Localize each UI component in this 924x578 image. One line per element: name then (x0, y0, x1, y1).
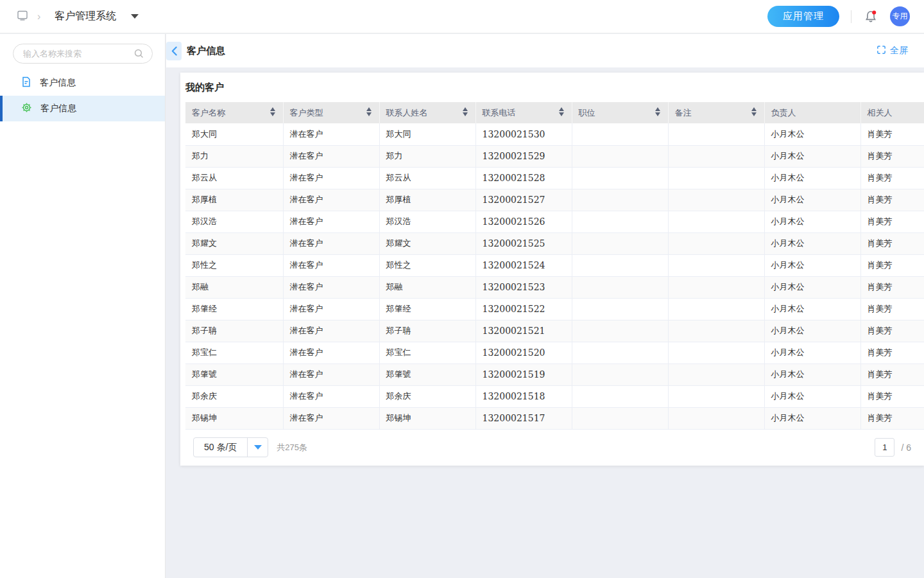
table-cell: 郑融 (379, 276, 475, 298)
column-header-7: 相关人 (860, 102, 924, 123)
table-cell (572, 211, 668, 232)
sort-icon[interactable] (751, 107, 757, 116)
table-cell: 小月木公 (764, 363, 860, 385)
column-header-0[interactable]: 客户名称 (185, 102, 283, 123)
app-title: 客户管理系统 (55, 10, 116, 23)
table-cell (668, 276, 764, 298)
my-customers-card: 我的客户 客户名称客户类型联系人姓名联系电话职位备注负责人相关人 郑大同潜在客户… (180, 73, 924, 466)
table-cell: 肖美芳 (860, 167, 924, 189)
page-number-input[interactable] (875, 438, 894, 457)
table-row[interactable]: 郑耀文潜在客户郑耀文13200021525小月木公肖美芳 (185, 232, 924, 254)
table-row[interactable]: 郑宝仁潜在客户郑宝仁13200021520小月木公肖美芳 (185, 342, 924, 363)
table-cell (668, 385, 764, 407)
table-row[interactable]: 郑锡坤潜在客户郑锡坤13200021517小月木公肖美芳 (185, 407, 924, 429)
table-cell (668, 342, 764, 363)
column-header-4[interactable]: 职位 (572, 102, 668, 123)
sort-icon[interactable] (655, 107, 660, 116)
sort-icon[interactable] (463, 107, 468, 116)
table-cell: 潜在客户 (283, 167, 379, 189)
app-switcher-caret-icon[interactable] (131, 14, 139, 19)
page-size-select[interactable]: 50 条/页 (193, 437, 268, 457)
table-row[interactable]: 郑汉浩潜在客户郑汉浩13200021526小月木公肖美芳 (185, 211, 924, 232)
table-cell: 13200021523 (475, 276, 572, 298)
table-cell: 郑云从 (379, 167, 475, 189)
sort-icon[interactable] (270, 107, 275, 116)
column-header-5[interactable]: 备注 (668, 102, 764, 123)
notification-bell-icon[interactable] (863, 9, 878, 24)
column-header-1[interactable]: 客户类型 (283, 102, 379, 123)
table-cell: 潜在客户 (283, 342, 379, 363)
table-cell: 肖美芳 (860, 342, 924, 363)
table-cell: 潜在客户 (283, 276, 379, 298)
table-cell: 13200021529 (475, 145, 572, 167)
column-label: 联系电话 (483, 108, 516, 118)
table-cell (668, 363, 764, 385)
avatar[interactable]: 专用 (890, 6, 910, 26)
table-row[interactable]: 郑融潜在客户郑融13200021523小月木公肖美芳 (185, 276, 924, 298)
search-icon[interactable] (133, 48, 144, 61)
table-cell: 肖美芳 (860, 385, 924, 407)
table-cell: 郑汉浩 (185, 211, 283, 232)
page-header: 客户信息 全屏 (166, 34, 924, 67)
sort-icon[interactable] (559, 107, 564, 116)
table-cell: 13200021518 (475, 385, 572, 407)
chevron-down-icon (247, 438, 268, 457)
table-cell: 13200021530 (475, 123, 572, 145)
table-row[interactable]: 郑肇號潜在客户郑肇號13200021519小月木公肖美芳 (185, 363, 924, 385)
table-row[interactable]: 郑大同潜在客户郑大同13200021530小月木公肖美芳 (185, 123, 924, 145)
table-cell: 肖美芳 (860, 123, 924, 145)
table-cell (668, 320, 764, 342)
table-cell: 潜在客户 (283, 232, 379, 254)
table-cell: 潜在客户 (283, 385, 379, 407)
table-cell: 小月木公 (764, 320, 860, 342)
column-header-6: 负责人 (764, 102, 860, 123)
topbar-divider (851, 10, 851, 23)
table-row[interactable]: 郑厚植潜在客户郑厚植13200021527小月木公肖美芳 (185, 189, 924, 211)
table-cell: 潜在客户 (283, 211, 379, 232)
table-cell: 潜在客户 (283, 407, 379, 429)
table-row[interactable]: 郑肇经潜在客户郑肇经13200021522小月木公肖美芳 (185, 298, 924, 320)
table-cell: 潜在客户 (283, 254, 379, 276)
main-content: 客户信息 全屏 我的客户 客户名称客户类型联系人姓名联系电话职位 (166, 34, 924, 578)
table-cell (668, 298, 764, 320)
column-label: 负责人 (771, 108, 796, 118)
sort-icon[interactable] (366, 107, 372, 116)
back-button[interactable] (166, 42, 182, 60)
table-row[interactable]: 郑子聃潜在客户郑子聃13200021521小月木公肖美芳 (185, 320, 924, 342)
search-input[interactable] (13, 44, 153, 64)
table-cell: 肖美芳 (860, 211, 924, 232)
table-cell (668, 211, 764, 232)
table-cell (572, 320, 668, 342)
table-cell: 13200021517 (475, 407, 572, 429)
fullscreen-button[interactable]: 全屏 (877, 45, 908, 57)
column-header-3[interactable]: 联系电话 (475, 102, 572, 123)
table-cell: 肖美芳 (860, 254, 924, 276)
table-cell (572, 407, 668, 429)
sidebar-item-customer-info-2[interactable]: 客户信息 (0, 96, 165, 121)
table-cell (572, 145, 668, 167)
table-cell: 13200021525 (475, 232, 572, 254)
table-cell: 肖美芳 (860, 232, 924, 254)
table-cell: 郑肇號 (185, 363, 283, 385)
table-cell: 13200021524 (475, 254, 572, 276)
table-cell: 小月木公 (764, 276, 860, 298)
table-row[interactable]: 郑云从潜在客户郑云从13200021528小月木公肖美芳 (185, 167, 924, 189)
table-cell: 肖美芳 (860, 363, 924, 385)
table-cell: 郑宝仁 (379, 342, 475, 363)
desktop-icon[interactable] (17, 10, 28, 23)
table-cell: 潜在客户 (283, 123, 379, 145)
table-cell: 小月木公 (764, 298, 860, 320)
app-manage-button[interactable]: 应用管理 (767, 6, 839, 27)
table-cell: 小月木公 (764, 232, 860, 254)
table-row[interactable]: 郑余庆潜在客户郑余庆13200021518小月木公肖美芳 (185, 385, 924, 407)
table-cell: 郑大同 (379, 123, 475, 145)
table-cell: 13200021519 (475, 363, 572, 385)
table-row[interactable]: 郑性之潜在客户郑性之13200021524小月木公肖美芳 (185, 254, 924, 276)
table-cell: 潜在客户 (283, 298, 379, 320)
table-cell: 潜在客户 (283, 320, 379, 342)
table-row[interactable]: 郑力潜在客户郑力13200021529小月木公肖美芳 (185, 145, 924, 167)
table-cell: 郑子聃 (185, 320, 283, 342)
column-header-2[interactable]: 联系人姓名 (379, 102, 475, 123)
table-cell (572, 342, 668, 363)
sidebar-item-customer-info-1[interactable]: 客户信息 (0, 70, 165, 96)
